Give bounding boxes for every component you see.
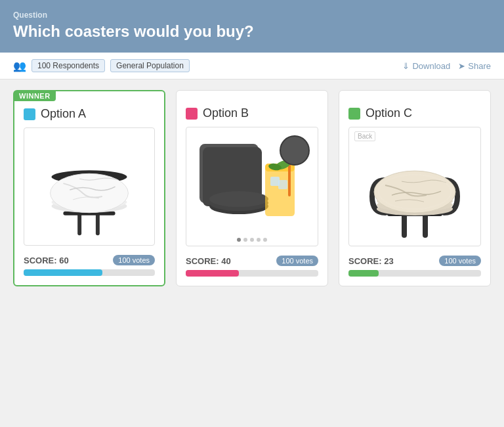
coaster-c-svg (349, 127, 480, 246)
option-a-score-section: SCORE: 60 100 votes (24, 255, 155, 276)
option-a-progress-bg (24, 269, 155, 276)
option-a-image[interactable] (24, 127, 155, 246)
options-grid: WINNER Option A (13, 90, 491, 286)
option-card-b: Option B (176, 90, 328, 286)
toolbar: 👥 100 Respondents General Population ⇓ D… (0, 53, 504, 79)
option-b-score-label: SCORE: 40 (186, 256, 231, 266)
option-c-score-section: SCORE: 23 100 votes (348, 256, 481, 277)
toolbar-right: ⇓ Download ➤ Share (402, 61, 491, 71)
dot-2 (243, 238, 247, 242)
option-c-progress-fill (348, 270, 379, 277)
option-a-votes: 100 votes (113, 255, 155, 265)
respondents-icon: 👥 (13, 60, 26, 72)
option-a-color (24, 108, 35, 120)
option-c-progress-bg (348, 270, 481, 277)
svg-rect-23 (402, 213, 407, 238)
option-c-score-number: 23 (384, 256, 393, 266)
header-title: Which coasters would you buy? (13, 22, 491, 41)
option-b-color (186, 108, 198, 120)
share-label: Share (468, 61, 491, 71)
survey-header: Question Which coasters would you buy? (0, 0, 504, 53)
download-label: Download (412, 61, 450, 71)
download-button[interactable]: ⇓ Download (402, 61, 450, 71)
share-button[interactable]: ➤ Share (458, 61, 491, 71)
svg-rect-1 (96, 213, 100, 236)
coaster-b-svg (186, 127, 318, 246)
header-label: Question (13, 11, 491, 20)
option-c-image[interactable]: Back (348, 127, 481, 246)
option-card-a: WINNER Option A (13, 90, 165, 286)
population-badge[interactable]: General Population (110, 59, 190, 72)
option-b-score-row: SCORE: 40 100 votes (186, 256, 318, 266)
option-c-score-label: SCORE: 23 (348, 256, 394, 266)
svg-rect-17 (278, 180, 287, 189)
option-b-label: Option B (203, 106, 249, 120)
toolbar-left: 👥 100 Respondents General Population (13, 59, 190, 72)
back-label: Back (354, 131, 375, 141)
option-a-score-number: 60 (59, 256, 68, 265)
download-icon: ⇓ (402, 61, 410, 71)
option-b-carousel-dots (186, 238, 318, 242)
respondents-badge[interactable]: 100 Respondents (32, 59, 105, 72)
share-icon: ➤ (458, 61, 465, 71)
option-b-score-section: SCORE: 40 100 votes (186, 256, 318, 277)
dot-3 (250, 238, 254, 242)
option-card-c: Option C Back (339, 90, 491, 286)
dot-1 (237, 238, 241, 242)
winner-badge: WINNER (14, 91, 56, 101)
option-a-progress-fill (24, 269, 102, 276)
option-c-label: Option C (366, 106, 412, 120)
svg-rect-0 (77, 213, 81, 236)
svg-point-13 (209, 191, 268, 207)
svg-rect-24 (423, 213, 428, 238)
dot-4 (257, 238, 261, 242)
option-b-image[interactable] (186, 127, 318, 246)
dot-5 (263, 238, 267, 242)
option-b-progress-bg (186, 270, 318, 277)
option-a-label: Option A (41, 107, 86, 121)
option-c-header: Option C (348, 106, 481, 120)
svg-rect-16 (270, 177, 280, 186)
option-b-score-number: 40 (221, 256, 230, 266)
option-a-score-row: SCORE: 60 100 votes (24, 255, 155, 265)
option-c-votes: 100 votes (439, 256, 481, 266)
option-a-score-label: SCORE: 60 (24, 256, 69, 265)
option-c-score-row: SCORE: 23 100 votes (348, 256, 481, 266)
option-b-progress-fill (186, 270, 239, 277)
option-c-color (348, 108, 360, 120)
coaster-a-svg (24, 128, 154, 245)
option-b-header: Option B (186, 106, 318, 120)
option-b-votes: 100 votes (276, 256, 318, 266)
option-a-header: Option A (24, 107, 155, 121)
main-content: WINNER Option A (0, 79, 504, 427)
